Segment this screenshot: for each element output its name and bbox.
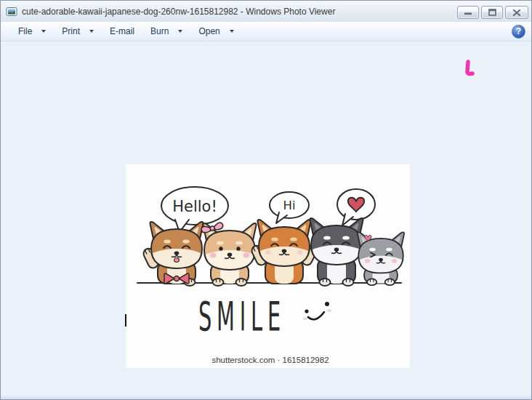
menu-item-email[interactable]: E-mail [102,23,142,40]
dog-shiba-tan-bow [201,222,256,286]
menu-label: Burn [150,26,169,36]
tongue [174,258,180,263]
maximize-icon [488,9,496,16]
chevron-down-icon [178,30,182,33]
menu-item-file[interactable]: File [10,23,54,40]
photo-viewer-app-icon [6,6,17,17]
menu-label: E-mail [110,26,134,36]
menubar: File Print E-mail Burn Open ? [1,22,531,41]
viewer-canvas: Hello! Hi [1,41,531,399]
window-controls [457,6,528,19]
svg-text:Hello!: Hello! [172,198,217,215]
speech-bubble-heart [337,189,375,225]
close-icon [513,9,520,16]
chevron-down-icon [89,30,94,33]
watermark: shutterstock.com · 1615812982 [211,356,329,364]
titlebar[interactable]: cute-adorable-kawaii-japanese-dog-260nw-… [1,1,531,23]
menu-item-open[interactable]: Open [190,23,241,40]
smiley-face [303,302,331,320]
pink-annotation-mark [460,57,479,79]
photo-image: Hello! Hi [126,164,410,368]
text-cursor [125,314,126,327]
svg-text:Hi: Hi [283,199,296,212]
smile-text: SMILE [198,294,286,339]
menu-item-burn[interactable]: Burn [142,23,190,40]
dog-shiba-gray-heart [358,232,404,285]
window-title: cute-adorable-kawaii-japanese-dog-260nw-… [22,7,335,17]
question-icon: ? [516,26,521,36]
close-button[interactable] [505,6,528,19]
minimize-button[interactable] [457,6,479,19]
menu-label: Open [198,26,219,36]
speech-bubble-hi: Hi [270,192,309,223]
dog-shiba-dark-gray [310,218,363,286]
menu-item-print[interactable]: Print [54,23,102,40]
chevron-down-icon [41,30,46,33]
chevron-down-icon [230,30,234,33]
menu-label: Print [62,26,80,36]
menu-label: File [18,26,32,36]
help-button[interactable]: ? [512,25,525,39]
dog-shiba-orange [250,220,318,284]
minimize-icon [464,9,472,16]
photo-viewer-window: cute-adorable-kawaii-japanese-dog-260nw-… [0,0,532,400]
dog-shiba-brown-bowtie [142,222,203,286]
maximize-button[interactable] [481,6,503,19]
window-bottom-edge [1,396,531,399]
